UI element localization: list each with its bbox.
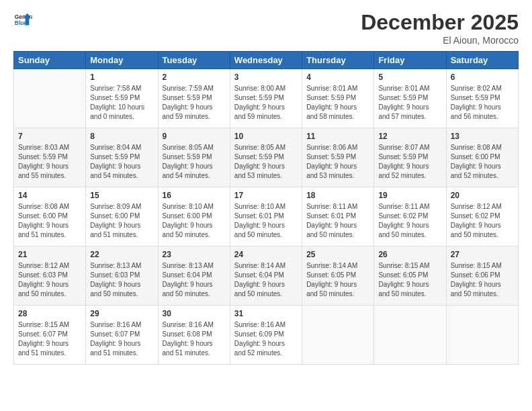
table-row (374, 306, 446, 365)
table-row: 30Sunrise: 8:16 AM Sunset: 6:08 PM Dayli… (158, 306, 230, 365)
table-row: 28Sunrise: 8:15 AM Sunset: 6:07 PM Dayli… (14, 306, 86, 365)
day-info: Sunrise: 8:16 AM Sunset: 6:07 PM Dayligh… (90, 320, 153, 358)
day-info: Sunrise: 8:00 AM Sunset: 5:59 PM Dayligh… (234, 84, 298, 122)
day-number: 20 (451, 191, 514, 200)
day-number: 28 (18, 309, 81, 318)
day-info: Sunrise: 8:15 AM Sunset: 6:06 PM Dayligh… (451, 261, 514, 299)
table-row: 21Sunrise: 8:12 AM Sunset: 6:03 PM Dayli… (14, 246, 86, 306)
day-number: 15 (90, 191, 153, 200)
day-info: Sunrise: 8:12 AM Sunset: 6:03 PM Dayligh… (18, 261, 81, 299)
day-number: 3 (234, 73, 298, 82)
table-row (446, 306, 518, 365)
calendar-week-row: 14Sunrise: 8:08 AM Sunset: 6:00 PM Dayli… (14, 187, 519, 246)
table-row: 24Sunrise: 8:14 AM Sunset: 6:04 PM Dayli… (230, 246, 302, 306)
day-info: Sunrise: 8:03 AM Sunset: 5:59 PM Dayligh… (18, 143, 81, 181)
table-row: 3Sunrise: 8:00 AM Sunset: 5:59 PM Daylig… (230, 69, 302, 128)
logo-icon: General Blue (13, 10, 32, 29)
table-row: 16Sunrise: 8:10 AM Sunset: 6:00 PM Dayli… (158, 187, 230, 246)
day-info: Sunrise: 8:12 AM Sunset: 6:02 PM Dayligh… (451, 202, 514, 240)
table-row: 17Sunrise: 8:10 AM Sunset: 6:01 PM Dayli… (230, 187, 302, 246)
calendar-week-row: 1Sunrise: 7:58 AM Sunset: 5:59 PM Daylig… (14, 69, 519, 128)
day-info: Sunrise: 7:59 AM Sunset: 5:59 PM Dayligh… (163, 84, 226, 122)
day-info: Sunrise: 8:01 AM Sunset: 5:59 PM Dayligh… (378, 84, 441, 122)
header-wednesday: Wednesday (230, 52, 302, 69)
day-number: 12 (378, 132, 441, 141)
header-saturday: Saturday (446, 52, 518, 69)
day-number: 25 (306, 250, 369, 259)
day-number: 19 (378, 191, 441, 200)
table-row: 25Sunrise: 8:14 AM Sunset: 6:05 PM Dayli… (302, 246, 374, 306)
day-info: Sunrise: 8:04 AM Sunset: 5:59 PM Dayligh… (90, 143, 153, 181)
calendar-table: Sunday Monday Tuesday Wednesday Thursday… (13, 51, 519, 365)
table-row: 11Sunrise: 8:06 AM Sunset: 5:59 PM Dayli… (302, 128, 374, 187)
day-info: Sunrise: 7:58 AM Sunset: 5:59 PM Dayligh… (90, 84, 153, 122)
day-number: 18 (306, 191, 369, 200)
day-info: Sunrise: 8:08 AM Sunset: 6:00 PM Dayligh… (451, 143, 514, 181)
day-number: 22 (90, 250, 153, 259)
day-info: Sunrise: 8:15 AM Sunset: 6:05 PM Dayligh… (378, 261, 441, 299)
day-info: Sunrise: 8:06 AM Sunset: 5:59 PM Dayligh… (306, 143, 369, 181)
calendar-week-row: 7Sunrise: 8:03 AM Sunset: 5:59 PM Daylig… (14, 128, 519, 187)
header-thursday: Thursday (302, 52, 374, 69)
table-row: 22Sunrise: 8:13 AM Sunset: 6:03 PM Dayli… (86, 246, 158, 306)
table-row: 20Sunrise: 8:12 AM Sunset: 6:02 PM Dayli… (446, 187, 518, 246)
day-number: 27 (451, 250, 514, 259)
day-info: Sunrise: 8:14 AM Sunset: 6:05 PM Dayligh… (306, 261, 369, 299)
table-row: 12Sunrise: 8:07 AM Sunset: 5:59 PM Dayli… (374, 128, 446, 187)
day-info: Sunrise: 8:15 AM Sunset: 6:07 PM Dayligh… (18, 320, 81, 358)
header: General Blue December 2025 El Aioun, Mor… (13, 10, 519, 46)
day-info: Sunrise: 8:16 AM Sunset: 6:08 PM Dayligh… (163, 320, 226, 358)
day-info: Sunrise: 8:05 AM Sunset: 5:59 PM Dayligh… (234, 143, 298, 181)
day-number: 6 (451, 73, 514, 82)
table-row: 26Sunrise: 8:15 AM Sunset: 6:05 PM Dayli… (374, 246, 446, 306)
title-block: December 2025 El Aioun, Morocco (361, 10, 519, 46)
day-info: Sunrise: 8:16 AM Sunset: 6:09 PM Dayligh… (234, 320, 298, 358)
table-row: 4Sunrise: 8:01 AM Sunset: 5:59 PM Daylig… (302, 69, 374, 128)
table-row: 7Sunrise: 8:03 AM Sunset: 5:59 PM Daylig… (14, 128, 86, 187)
day-number: 11 (306, 132, 369, 141)
header-monday: Monday (86, 52, 158, 69)
day-info: Sunrise: 8:09 AM Sunset: 6:00 PM Dayligh… (90, 202, 153, 240)
weekday-header-row: Sunday Monday Tuesday Wednesday Thursday… (14, 52, 519, 69)
day-number: 13 (451, 132, 514, 141)
table-row: 6Sunrise: 8:02 AM Sunset: 5:59 PM Daylig… (446, 69, 518, 128)
table-row: 23Sunrise: 8:13 AM Sunset: 6:04 PM Dayli… (158, 246, 230, 306)
calendar-week-row: 21Sunrise: 8:12 AM Sunset: 6:03 PM Dayli… (14, 246, 519, 306)
day-info: Sunrise: 8:08 AM Sunset: 6:00 PM Dayligh… (18, 202, 81, 240)
calendar-week-row: 28Sunrise: 8:15 AM Sunset: 6:07 PM Dayli… (14, 306, 519, 365)
day-info: Sunrise: 8:13 AM Sunset: 6:04 PM Dayligh… (163, 261, 226, 299)
day-info: Sunrise: 8:01 AM Sunset: 5:59 PM Dayligh… (306, 84, 369, 122)
table-row (302, 306, 374, 365)
day-info: Sunrise: 8:11 AM Sunset: 6:01 PM Dayligh… (306, 202, 369, 240)
day-number: 10 (234, 132, 298, 141)
header-sunday: Sunday (14, 52, 86, 69)
day-number: 30 (163, 309, 226, 318)
day-number: 1 (90, 73, 153, 82)
day-info: Sunrise: 8:10 AM Sunset: 6:00 PM Dayligh… (163, 202, 226, 240)
table-row: 29Sunrise: 8:16 AM Sunset: 6:07 PM Dayli… (86, 306, 158, 365)
day-number: 14 (18, 191, 81, 200)
day-number: 9 (163, 132, 226, 141)
day-info: Sunrise: 8:11 AM Sunset: 6:02 PM Dayligh… (378, 202, 441, 240)
day-info: Sunrise: 8:02 AM Sunset: 5:59 PM Dayligh… (451, 84, 514, 122)
day-number: 17 (234, 191, 298, 200)
table-row: 18Sunrise: 8:11 AM Sunset: 6:01 PM Dayli… (302, 187, 374, 246)
day-number: 2 (163, 73, 226, 82)
day-number: 23 (163, 250, 226, 259)
table-row: 5Sunrise: 8:01 AM Sunset: 5:59 PM Daylig… (374, 69, 446, 128)
day-number: 5 (378, 73, 441, 82)
logo: General Blue (13, 10, 32, 29)
table-row: 9Sunrise: 8:05 AM Sunset: 5:59 PM Daylig… (158, 128, 230, 187)
table-row: 1Sunrise: 7:58 AM Sunset: 5:59 PM Daylig… (86, 69, 158, 128)
table-row: 31Sunrise: 8:16 AM Sunset: 6:09 PM Dayli… (230, 306, 302, 365)
table-row: 15Sunrise: 8:09 AM Sunset: 6:00 PM Dayli… (86, 187, 158, 246)
day-number: 4 (306, 73, 369, 82)
svg-text:Blue: Blue (15, 19, 27, 26)
header-friday: Friday (374, 52, 446, 69)
day-number: 29 (90, 309, 153, 318)
table-row: 27Sunrise: 8:15 AM Sunset: 6:06 PM Dayli… (446, 246, 518, 306)
table-row: 2Sunrise: 7:59 AM Sunset: 5:59 PM Daylig… (158, 69, 230, 128)
day-info: Sunrise: 8:05 AM Sunset: 5:59 PM Dayligh… (163, 143, 226, 181)
day-number: 24 (234, 250, 298, 259)
table-row: 19Sunrise: 8:11 AM Sunset: 6:02 PM Dayli… (374, 187, 446, 246)
